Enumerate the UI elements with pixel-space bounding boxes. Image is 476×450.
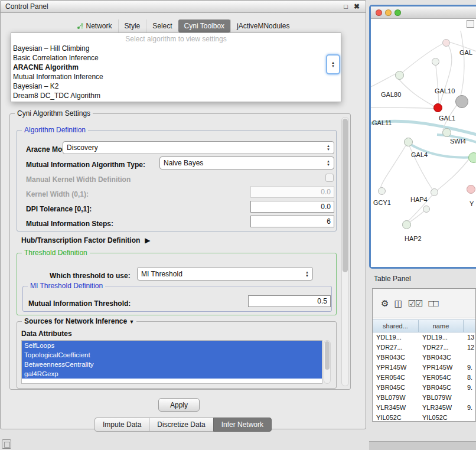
node-label-gal11: GAL11	[372, 119, 392, 126]
node-label-gcy1: GCY1	[373, 199, 391, 206]
node-label-gal4: GAL4	[411, 151, 428, 158]
algorithm-option-basic-correlation-inference[interactable]: Basic Correlation Inference	[11, 53, 341, 63]
tab-label: Select	[152, 22, 172, 30]
table-row[interactable]: YER054CYER054C8.	[373, 373, 476, 383]
table-row[interactable]: YIL052CYIL052C	[373, 413, 476, 422]
table-row[interactable]: YDL19...YDL19...13	[373, 332, 476, 343]
network-node[interactable]	[433, 103, 442, 112]
network-node[interactable]	[402, 220, 411, 229]
column-visibility-button[interactable]: ◫	[394, 298, 402, 309]
table-cell: YDR27...	[419, 343, 464, 353]
table-row[interactable]: YDR27...YDR27...12	[373, 343, 476, 353]
algorithm-option-mutual-information-inference[interactable]: Mutual Information Inference	[11, 72, 341, 81]
attribute-selfloops[interactable]: SelfLoops	[22, 341, 322, 350]
settings-gear-button[interactable]: ⚙	[381, 298, 388, 309]
tab-jactivemnodules[interactable]: jActiveMNodules	[230, 19, 295, 32]
select-all-checkboxes-button[interactable]: ☑☑	[408, 298, 423, 309]
table-cell: 12	[464, 343, 476, 353]
mi-algorithm-type-select[interactable]: Naive Bayes ▲▼	[159, 156, 334, 169]
network-node[interactable]	[404, 138, 413, 146]
tab-network[interactable]: Network	[71, 19, 118, 32]
attribute-gal4rgexp[interactable]: gal4RGexp	[22, 369, 322, 379]
which-threshold-select[interactable]: MI Threshold ▲▼	[137, 267, 313, 281]
apply-button[interactable]: Apply	[158, 398, 200, 412]
dpi-tolerance-field[interactable]: 0.0	[250, 201, 334, 213]
mi-steps-field[interactable]: 6	[250, 216, 334, 227]
mac-minimize-button[interactable]	[385, 9, 392, 16]
algorithm-placeholder: Select algorithm to view settings	[11, 34, 341, 44]
data-attributes-list[interactable]: SelfLoopsTopologicalCoefficientBetweenne…	[21, 340, 322, 384]
algorithm-option-aracne-algorithm[interactable]: ARACNE Algorithm	[11, 63, 341, 72]
attribute-betweennesscentrality[interactable]: BetweennessCentrality	[22, 360, 322, 369]
tab-impute-data[interactable]: Impute Data	[94, 418, 149, 432]
table-row[interactable]: YLR345WYLR345W9.	[373, 403, 476, 413]
deselect-all-checkboxes-button[interactable]: □□	[429, 298, 438, 308]
network-node[interactable]	[431, 188, 438, 196]
network-canvas[interactable]: GAL80GAL10GAL11GAL1SWI4GAL4GCY1HAP4HAP2Y…	[371, 19, 476, 267]
network-node[interactable]	[442, 128, 451, 137]
algorithm-option-bayesian-k2[interactable]: Bayesian – K2	[11, 81, 341, 91]
network-node[interactable]	[467, 185, 475, 194]
hub-definition-expander[interactable]: Hub/Transcription Factor Definition ▶	[21, 236, 151, 244]
table-header-row: shared...name	[373, 319, 476, 332]
algorithm-dropdown-popup: Select algorithm to view settings Bayesi…	[11, 32, 341, 102]
column-header-extra[interactable]	[464, 319, 476, 332]
table-cell: 9.	[464, 403, 476, 413]
table-row[interactable]: YBR045CYBR045C9.	[373, 383, 476, 393]
panel-dock-icon[interactable]	[2, 439, 11, 449]
mi-threshold-field[interactable]: 0.5	[248, 295, 331, 307]
settings-scrollbar-thumb[interactable]	[343, 119, 348, 272]
combo-arrows-icon: ▲▼	[305, 270, 309, 278]
table-cell: 13	[464, 332, 476, 343]
tab-label: jActiveMNodules	[237, 22, 289, 30]
table-cell: YER054C	[419, 373, 464, 383]
network-node[interactable]	[395, 71, 404, 80]
mi-algorithm-type-label: Mutual Information Algorithm Type:	[26, 161, 145, 169]
table-cell	[464, 413, 476, 422]
kernel-width-field[interactable]: 0.0	[250, 186, 334, 198]
algorithm-option-dream8-dc-tdc-algorithm[interactable]: Dream8 DC_TDC Algorithm	[11, 91, 341, 100]
node-label-hap4: HAP4	[410, 196, 428, 203]
network-edge	[395, 75, 436, 107]
table-cell: YER054C	[373, 373, 419, 383]
sources-group-title[interactable]: Sources for Network Inference ▼	[22, 317, 136, 325]
birdseye-corner-button[interactable]	[467, 20, 474, 28]
network-window-titlebar[interactable]	[371, 6, 476, 19]
table-row[interactable]: YPR145WYPR145W9.	[373, 363, 476, 373]
chevron-right-icon[interactable]: ▶	[145, 236, 150, 244]
algorithm-option-bayesian-hill-climbing[interactable]: Bayesian – Hill Climbing	[11, 44, 341, 53]
table-row[interactable]: YBL079WYBL079W	[373, 393, 476, 403]
tab-cyni-toolbox[interactable]: Cyni Toolbox	[178, 19, 230, 32]
table-panel-window: ⚙◫☑☑□□ shared...name YDL19...YDL19...13Y…	[372, 288, 476, 422]
network-node[interactable]	[432, 58, 439, 66]
node-label-gal80: GAL80	[381, 91, 401, 98]
attribute-topologicalcoefficient[interactable]: TopologicalCoefficient	[22, 350, 322, 360]
network-node[interactable]	[378, 187, 386, 195]
column-header-name[interactable]: name	[419, 319, 464, 332]
float-window-icon[interactable]: □	[343, 3, 349, 10]
network-node[interactable]	[423, 206, 430, 213]
manual-kernel-width-checkbox[interactable]	[325, 174, 334, 182]
network-node[interactable]	[442, 39, 450, 47]
table-cell: YPR145W	[373, 363, 419, 373]
tab-infer-network[interactable]: Infer Network	[213, 418, 272, 432]
attributes-scrollbar-thumb[interactable]	[325, 341, 330, 370]
table-row[interactable]: YBR043CYBR043C	[373, 353, 476, 363]
mac-zoom-button[interactable]	[395, 9, 401, 16]
table-cell: YPR145W	[419, 363, 464, 373]
control-panel-titlebar[interactable]: Control Panel □ ✖	[0, 0, 366, 13]
aracne-mode-select[interactable]: Discovery ▲▼	[63, 141, 334, 154]
algorithm-combobox-button[interactable]: ▲▼	[326, 54, 340, 74]
tab-select[interactable]: Select	[146, 19, 178, 32]
tab-style[interactable]: Style	[118, 19, 146, 32]
column-header-shared[interactable]: shared...	[373, 319, 419, 332]
close-icon[interactable]: ✖	[353, 2, 361, 11]
table-cell: YDL19...	[419, 332, 464, 343]
tab-discretize-data[interactable]: Discretize Data	[149, 418, 213, 432]
mac-close-button[interactable]	[376, 9, 382, 16]
node-label-gal: GAL	[459, 49, 472, 56]
network-edge	[460, 31, 464, 99]
network-node[interactable]	[468, 152, 476, 163]
network-node[interactable]	[455, 95, 468, 108]
chevron-down-icon[interactable]: ▼	[129, 319, 134, 325]
